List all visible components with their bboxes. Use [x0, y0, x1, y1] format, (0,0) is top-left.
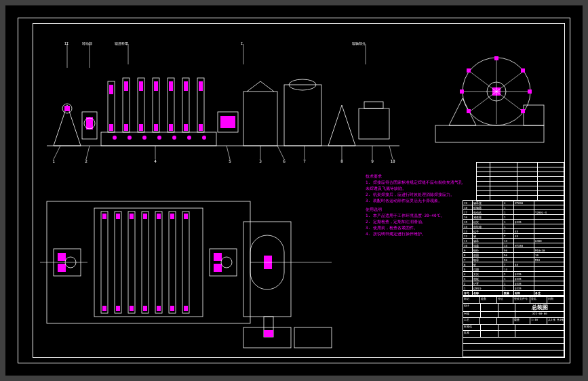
svg-rect-80	[58, 264, 66, 272]
tb-e5	[480, 318, 497, 324]
svg-rect-87	[115, 212, 121, 313]
parts-row: 8垫圈5610	[463, 253, 564, 258]
svg-rect-38	[284, 85, 321, 146]
svg-point-108	[221, 257, 232, 268]
parts-row: 18联轴器1	[463, 205, 564, 210]
svg-rect-21	[169, 124, 173, 131]
tb-e13	[463, 338, 564, 344]
svg-rect-101	[170, 306, 174, 311]
svg-rect-106	[214, 253, 222, 261]
svg-rect-14	[139, 81, 143, 91]
svg-point-31	[157, 136, 161, 140]
svg-rect-85	[102, 214, 106, 219]
svg-rect-76	[467, 109, 471, 113]
svg-rect-27	[199, 124, 203, 131]
svg-rect-18	[154, 124, 158, 131]
parts-row: 12轴745	[463, 234, 564, 239]
parts-row: 16减速器1	[463, 215, 564, 220]
notes-heading: 技术要求	[366, 173, 488, 179]
svg-line-56	[389, 146, 393, 159]
parts-row: 7螺母56M10	[463, 258, 564, 262]
hdr-qty: 数量	[503, 291, 514, 295]
upper-table	[476, 162, 564, 201]
label-ii: II	[64, 41, 68, 45]
svg-rect-11	[124, 81, 128, 91]
upper-row	[477, 186, 564, 191]
parts-list: 19轴承座4HT20018联轴器117电动机1Y200L-416减速器115机架…	[463, 200, 564, 296]
tb-e6	[497, 318, 514, 324]
tb-e4	[498, 312, 516, 318]
tb-e8	[498, 325, 516, 331]
upper-row	[477, 172, 564, 177]
hdr-no: 序号	[463, 291, 473, 295]
svg-rect-74	[467, 68, 471, 73]
parts-row: 17电动机1Y200L-4	[463, 210, 564, 215]
note-1b: 未焊透及飞溅等缺陷。	[366, 185, 488, 191]
tb-e12	[515, 331, 564, 337]
svg-rect-17	[154, 81, 158, 91]
tb-sign: 签名	[530, 297, 547, 303]
balloon-9: 9	[370, 159, 375, 163]
balloon-5: 3	[258, 159, 263, 163]
svg-rect-91	[130, 214, 134, 219]
tb-e7	[481, 325, 498, 331]
tb-checked: 审核	[463, 312, 481, 318]
frame-inner: II 转动部 辊进料罩 I 辊轴部分 1 2 4 5 3 6 7 8 9 10	[33, 23, 565, 358]
label-i: I	[241, 41, 243, 45]
end-view	[422, 44, 557, 153]
tb-date: 日期	[547, 297, 564, 303]
balloon-1: 1	[51, 159, 56, 163]
svg-rect-115	[294, 327, 332, 348]
parts-row: 6键745	[463, 262, 564, 267]
svg-rect-99	[169, 212, 176, 313]
svg-rect-41	[364, 102, 383, 108]
svg-line-68	[469, 92, 496, 112]
svg-point-34	[202, 136, 206, 140]
svg-rect-92	[130, 306, 134, 311]
svg-rect-20	[169, 81, 173, 91]
upper-row	[477, 163, 564, 167]
svg-point-32	[172, 136, 176, 140]
label-feed: 辊进料罩	[115, 41, 128, 45]
svg-rect-26	[199, 81, 203, 91]
hdr-note: 备注	[534, 291, 564, 295]
drawing-sheet: 共1张 第1张	[547, 318, 564, 324]
tb-proj: 工艺	[463, 318, 480, 324]
tb-e1	[481, 304, 498, 311]
tb-e2	[498, 304, 516, 311]
svg-rect-103	[184, 214, 188, 219]
title-block: 标记处数分区更改文件号签名日期 设计总装图 审核XJJ-00-00 工艺重量1:…	[463, 296, 564, 357]
svg-rect-94	[143, 214, 147, 219]
svg-rect-86	[102, 306, 106, 311]
svg-rect-70	[521, 68, 525, 73]
parts-row: 9螺栓56M10×30	[463, 248, 564, 253]
tb-e14	[463, 344, 564, 350]
balloon-10: 10	[390, 159, 395, 163]
svg-rect-36	[220, 116, 235, 128]
svg-rect-107	[214, 264, 222, 272]
tb-doc: 更改文件号	[513, 297, 530, 303]
parts-row: 14齿轮箱1	[463, 224, 564, 229]
svg-rect-12	[124, 124, 128, 131]
svg-rect-93	[142, 212, 149, 313]
balloon-8: 8	[339, 159, 345, 163]
svg-rect-73	[494, 56, 498, 60]
parts-row: 11轴承146308	[463, 239, 564, 243]
label-rotor: 转动部	[82, 41, 92, 45]
svg-rect-24	[184, 124, 188, 131]
tb-e9	[515, 325, 564, 331]
balloon-4: 5	[227, 159, 233, 163]
svg-point-28	[113, 136, 117, 140]
svg-rect-40	[359, 108, 389, 139]
svg-line-62	[496, 71, 524, 92]
upper-row	[477, 182, 564, 186]
svg-point-30	[142, 136, 146, 140]
svg-line-48	[86, 146, 90, 159]
tb-designed: 设计	[463, 304, 481, 311]
svg-rect-114	[264, 330, 273, 337]
tb-e3	[481, 312, 498, 318]
hdr-mat: 材料	[514, 291, 534, 295]
hdr-name: 名称	[473, 291, 503, 295]
cad-canvas: II 转动部 辊进料罩 I 辊轴部分 1 2 4 5 3 6 7 8 9 10	[5, 5, 583, 376]
svg-point-33	[187, 136, 191, 140]
